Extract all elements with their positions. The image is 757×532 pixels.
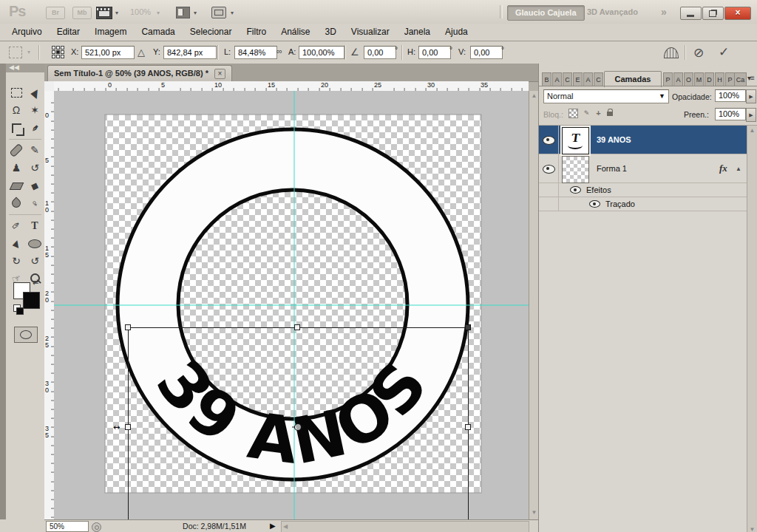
width-scale-field[interactable]: 84,48% — [234, 46, 277, 59]
fx-badge[interactable]: fx — [719, 163, 727, 174]
panel-tab[interactable]: B — [542, 72, 551, 86]
launch-bridge-icon[interactable] — [96, 7, 112, 19]
menu-analise[interactable]: Análise — [274, 24, 317, 41]
visibility-eye-icon[interactable] — [543, 165, 555, 174]
panel-tab[interactable]: M — [694, 72, 704, 86]
effects-row[interactable]: Efeitos — [539, 183, 757, 197]
lock-transparent-pixels-icon[interactable] — [568, 109, 578, 118]
x-position-field[interactable]: 521,00 px — [81, 46, 135, 59]
panel-tab[interactable]: O — [684, 72, 693, 86]
history-brush-tool[interactable]: ↺ — [26, 160, 44, 177]
panel-tab[interactable]: A — [552, 72, 562, 86]
crop-tool[interactable] — [7, 120, 25, 137]
zoom-percent-field[interactable]: 50% — [46, 521, 89, 532]
horizontal-ruler[interactable]: 0 5 10 15 20 25 30 35 — [54, 81, 529, 92]
tab-camadas-active[interactable]: Camadas — [604, 71, 662, 87]
swap-colors-icon[interactable]: ⇄ — [33, 278, 38, 286]
menu-janela[interactable]: Janela — [397, 24, 438, 41]
screen-mode-dropdown-icon[interactable]: ▾ — [231, 10, 234, 16]
handle-top-center[interactable] — [295, 325, 300, 330]
handle-middle-right[interactable] — [466, 425, 471, 430]
relative-positioning-icon[interactable]: △ — [138, 47, 145, 58]
quick-mask-button[interactable] — [14, 327, 38, 343]
3d-rotate-tool[interactable]: ↻ — [7, 253, 25, 270]
vertical-ruler[interactable]: 0 5 10 15 20 25 30 35 — [44, 91, 55, 519]
blend-mode-select[interactable]: Normal ▼ — [543, 89, 669, 103]
panel-tab[interactable]: D — [705, 72, 714, 86]
move-tool[interactable]: ▶ — [26, 84, 44, 101]
hskew-field[interactable]: 0,00 — [418, 46, 451, 59]
layer-thumbnail-shape[interactable] — [562, 156, 589, 183]
reference-point-locator[interactable] — [52, 46, 64, 58]
panel-tab[interactable]: A — [673, 72, 683, 86]
lock-image-pixels-icon[interactable]: ✎ — [582, 109, 591, 118]
screen-mode-icon[interactable] — [211, 7, 226, 18]
bridge-button[interactable]: Br — [46, 7, 65, 19]
height-scale-field[interactable]: 100,00% — [299, 46, 344, 59]
workspace-button-secondary[interactable]: 3D Avançado — [587, 7, 638, 16]
type-tool[interactable]: T — [26, 217, 44, 234]
warp-mode-icon[interactable] — [664, 47, 679, 58]
handle-top-right[interactable] — [466, 325, 471, 330]
pen-tool[interactable]: ✑ — [7, 217, 25, 234]
panel-tab[interactable]: A — [583, 72, 593, 86]
panel-tab[interactable]: H — [715, 72, 724, 86]
panel-tab[interactable]: C — [594, 72, 603, 86]
lock-position-icon[interactable]: + — [594, 109, 603, 118]
restore-button[interactable] — [702, 7, 724, 20]
close-button[interactable]: × — [724, 7, 751, 20]
healing-brush-tool[interactable] — [7, 142, 25, 159]
vertical-scrollbar[interactable]: ▲ ▼ — [529, 91, 539, 519]
opacity-spinner-icon[interactable]: ▶ — [746, 89, 756, 103]
eyedropper-tool[interactable]: ✒ — [26, 120, 44, 137]
menu-camada[interactable]: Camada — [134, 24, 182, 41]
menu-arquivo[interactable]: Arquivo — [4, 24, 50, 41]
visibility-eye-icon[interactable] — [543, 136, 555, 145]
clone-stamp-tool[interactable]: ♟ — [7, 160, 25, 177]
arrange-dropdown-icon[interactable]: ▾ — [194, 10, 197, 16]
dodge-tool[interactable]: ♀ — [26, 195, 44, 212]
panel-menu-icon[interactable]: ▾≡ — [747, 74, 754, 82]
collapse-effects-icon[interactable]: ▲ — [736, 166, 741, 172]
panel-tab-clipped[interactable]: Ca — [734, 72, 747, 86]
commit-transform-icon[interactable]: ✓ — [719, 44, 729, 60]
cancel-transform-icon[interactable]: ⊘ — [693, 45, 704, 61]
status-menu-icon[interactable]: ▶ — [270, 522, 276, 530]
brush-tool[interactable]: ✎ — [26, 142, 44, 159]
film-dropdown-icon[interactable]: ▾ — [115, 10, 118, 16]
zoom-level-control[interactable]: 100% — [130, 7, 151, 16]
menu-editar[interactable]: Editar — [50, 24, 87, 41]
paint-bucket-tool[interactable]: ◆ — [26, 177, 44, 194]
document-tab[interactable]: Sem Título-1 @ 50% (39 ANOS, RGB/8) *× — [47, 65, 232, 81]
fill-field[interactable]: 100% — [715, 108, 746, 120]
arrange-documents-icon[interactable] — [176, 7, 190, 18]
panel-scrollbar[interactable]: ▲ ▼ — [747, 126, 757, 532]
rectangular-marquee-tool[interactable] — [7, 84, 25, 101]
close-document-icon[interactable]: × — [214, 69, 225, 79]
status-icon[interactable] — [92, 522, 101, 532]
zoom-dropdown-icon[interactable]: ▾ — [157, 10, 160, 16]
horizontal-scrollbar[interactable]: ◀ — [281, 521, 529, 532]
ellipse-tool[interactable] — [26, 235, 44, 252]
canvas-viewport[interactable]: 39 ANOS — [54, 91, 529, 519]
panel-tab[interactable]: C — [563, 72, 572, 86]
opacity-field[interactable]: 100% — [715, 89, 746, 102]
menu-imagem[interactable]: Imagem — [87, 24, 134, 41]
layer-row-39-anos[interactable]: T 39 ANOS — [539, 126, 757, 154]
layer-thumbnail-text[interactable]: T — [562, 127, 589, 154]
background-color-swatch[interactable] — [23, 292, 40, 309]
layer-row-forma-1[interactable]: Forma 1 fx ▲ — [539, 154, 757, 183]
minimize-button[interactable] — [680, 7, 702, 20]
panel-tab[interactable]: P — [663, 72, 673, 86]
vskew-field[interactable]: 0,00 — [470, 46, 503, 59]
scroll-left-icon[interactable]: ◀ — [283, 523, 288, 530]
magic-wand-tool[interactable]: ✶ — [26, 102, 44, 119]
lasso-tool[interactable]: Ω — [7, 102, 25, 119]
mobile-button[interactable]: Mb — [72, 7, 92, 19]
link-dimensions-icon[interactable]: ∞ — [276, 47, 282, 55]
tool-preset-icon[interactable] — [9, 47, 22, 58]
fill-spinner-icon[interactable]: ▶ — [746, 108, 756, 122]
menu-ajuda[interactable]: Ajuda — [438, 24, 475, 41]
path-selection-tool[interactable]: ▶ — [7, 235, 25, 252]
workspace-button-active[interactable]: Glaucio Cajuela — [507, 5, 585, 21]
